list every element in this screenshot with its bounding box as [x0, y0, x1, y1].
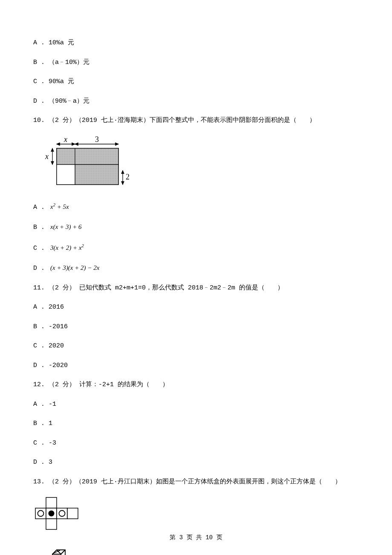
q10-optC-prefix: C . [33, 245, 49, 252]
svg-point-18 [49, 511, 55, 517]
q13-net-diagram [33, 497, 359, 539]
q11-option-c: C . 2020 [33, 341, 359, 351]
q11-option-b: B . -2016 [33, 322, 359, 332]
svg-rect-4 [75, 165, 118, 185]
q11-option-d: D . -2020 [33, 361, 359, 371]
q12-option-a: A . -1 [33, 400, 359, 410]
q13-stem: 13. （2 分）（2019 七上·丹江口期末）如图是一个正方体纸盒的外表面展开… [33, 477, 359, 487]
svg-rect-15 [67, 508, 78, 519]
cube-icon [48, 546, 69, 555]
q13-option-a: A . [33, 546, 359, 555]
q10-stem: 10. （2 分）（2019 七上·澄海期末）下面四个整式中，不能表示图中阴影部… [33, 116, 359, 126]
q10-optA-formula: x2 + 5x [50, 203, 69, 210]
svg-rect-16 [46, 519, 57, 529]
q11-option-a: A . 2016 [33, 303, 359, 312]
q10-diagram: x 3 x 2 [42, 136, 359, 191]
q10-option-c: C . 3(x + 2) + x2 [33, 243, 359, 254]
q12-option-b: B . 1 [33, 419, 359, 429]
page-footer: 第 3 页 共 10 页 [0, 534, 392, 541]
q10-label-3: 3 [95, 136, 99, 144]
q10-optB-prefix: B . [33, 224, 49, 231]
q12-stem: 12. （2 分） 计算：-2+1 的结果为（ ） [33, 380, 359, 390]
pre-option-c: C . 90%a 元 [33, 77, 359, 87]
q10-label-x-left: x [45, 152, 49, 161]
q10-option-a: A . x2 + 5x [33, 202, 359, 213]
svg-rect-14 [57, 508, 67, 519]
q10-option-d: D . (x + 3)(x + 2) − 2x [33, 263, 359, 274]
q11-stem: 11. （2 分） 已知代数式 m2+m+1=0，那么代数式 2018﹣2m2﹣… [33, 283, 359, 293]
pre-option-a: A . 10%a 元 [33, 38, 359, 48]
svg-rect-5 [57, 165, 75, 185]
svg-rect-11 [46, 497, 57, 508]
q12-option-d: D . 3 [33, 458, 359, 468]
pre-option-b: B . （a﹣10%）元 [33, 58, 359, 68]
q10-optA-prefix: A . [33, 204, 49, 211]
q10-optD-prefix: D . [33, 265, 49, 272]
svg-rect-3 [57, 148, 118, 165]
svg-rect-12 [35, 508, 46, 519]
q10-optC-formula: 3(x + 2) + x2 [50, 244, 84, 251]
q10-label-x-top: x [63, 136, 67, 144]
q10-option-b: B . x(x + 3) + 6 [33, 222, 359, 233]
q10-optD-formula: (x + 3)(x + 2) − 2x [50, 264, 99, 271]
pre-option-d: D . （90%﹣a）元 [33, 97, 359, 107]
q10-label-2: 2 [126, 173, 130, 181]
q12-option-c: C . -3 [33, 439, 359, 448]
q10-optB-formula: x(x + 3) + 6 [50, 223, 82, 230]
